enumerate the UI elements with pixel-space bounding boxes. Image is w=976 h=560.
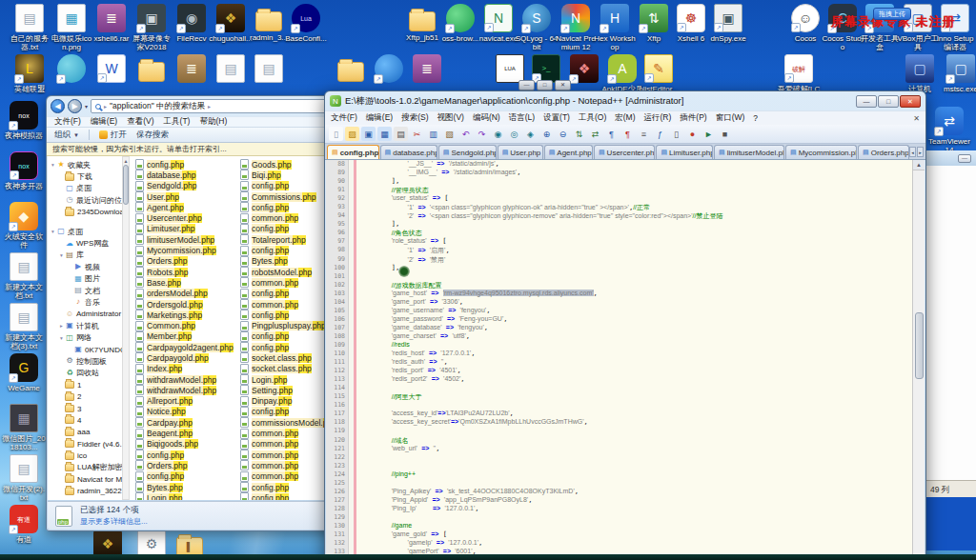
sidebar-item[interactable]: 下载 (48, 170, 122, 182)
desktop-icon[interactable]: ▦微信图片_2018103... (2, 404, 46, 451)
indent-guide-icon[interactable]: ≡ (637, 127, 651, 141)
menu-item[interactable]: 编码(N) (473, 112, 500, 124)
scrollbar-thumb[interactable] (915, 312, 924, 379)
tab-Agent.php[interactable]: ▤Agent.php✕ (544, 145, 593, 159)
code-line[interactable]: 111 'redis_auth' => '', (326, 358, 912, 367)
code-line[interactable]: 122 (326, 453, 912, 462)
code-line[interactable]: 97 'role_status' => [ (326, 237, 912, 246)
file-item[interactable]: withdrawModel.php (135, 374, 231, 385)
sidebar-item[interactable]: 3 (48, 403, 122, 414)
file-item[interactable]: config.php (240, 331, 336, 342)
code-line[interactable]: 99 '2' => '禁用' (326, 255, 912, 264)
file-item[interactable]: commissionsModel.php (240, 417, 336, 428)
expander-icon[interactable]: ▾ (58, 252, 65, 258)
menu-item[interactable]: 工具(O) (579, 112, 606, 124)
file-item[interactable]: Ordersgold.php (135, 299, 231, 310)
menu-item[interactable]: 文件(F) (331, 112, 357, 124)
file-item[interactable]: common.php (240, 277, 336, 288)
file-item[interactable]: database.php (135, 170, 231, 180)
file-item[interactable]: limituserModel.php (135, 234, 231, 245)
code-line[interactable]: 100 ], (326, 264, 912, 272)
code-line[interactable]: 98 '1' => '启用', (326, 246, 912, 254)
sidebar-item[interactable]: ▾★收藏夹 (48, 159, 122, 170)
file-item[interactable]: Cardpaygold2agent.php (135, 342, 231, 352)
desktop-icon[interactable]: L英雄联盟 (8, 54, 51, 93)
desktop-icon[interactable]: ▤新建文本文档.txt (2, 252, 46, 300)
desktop-icon[interactable]: ≣xshell6.rar (90, 4, 133, 43)
sidebar-item[interactable]: ▤文档 (48, 285, 122, 296)
sidebar-item[interactable]: ▢桌面 (48, 183, 122, 194)
background-window-button[interactable]: — (518, 80, 535, 90)
file-item[interactable]: robotsModel.php (240, 267, 336, 277)
file-item[interactable]: config.php (240, 407, 336, 417)
desktop-icon[interactable]: ≣ (170, 54, 214, 85)
desktop-icon[interactable]: ◉FileRecv (170, 4, 214, 43)
code-line[interactable]: 107 'game_database' => 'fengyou', (326, 324, 912, 332)
sidebar-item[interactable]: ico (48, 450, 122, 461)
find-in-files-icon[interactable]: ◈ (523, 127, 538, 141)
file-item[interactable]: common.php (240, 450, 336, 460)
code-line[interactable]: 108 'game_charset' => 'utf8', (326, 332, 912, 341)
file-item[interactable]: Biqigoods.php (135, 439, 231, 450)
print-icon[interactable]: ▤ (394, 127, 408, 141)
menu-item[interactable]: 运行(R) (643, 112, 671, 124)
desktop-icon[interactable]: GWeGame (2, 353, 46, 392)
sidebar-item[interactable]: ▸▣计算机 (48, 320, 122, 331)
editor-scrollbar[interactable]: ▲ (912, 160, 925, 560)
tab-Limituser.php[interactable]: ▤Limituser.php✕ (656, 145, 713, 159)
replace-icon[interactable]: ◎ (507, 127, 521, 141)
organize-button[interactable]: 组织▼ (54, 130, 79, 141)
file-item[interactable]: Mycommission.php (135, 245, 231, 255)
code-line[interactable]: 95 ], (326, 220, 912, 229)
file-item[interactable]: Bytes.php (135, 482, 231, 492)
file-item[interactable]: Marketings.php (135, 310, 231, 320)
file-item[interactable]: config.php (240, 224, 336, 234)
scrollbar-thumb[interactable] (123, 165, 129, 205)
notepad-titlebar[interactable]: N E:\棒游\tools-1.0.2\gameManager\applicat… (325, 91, 925, 110)
file-item[interactable]: Limituser.php (135, 224, 231, 234)
open-button[interactable]: 打开 (99, 130, 127, 141)
tab-config.php[interactable]: ▤config.php✕ (327, 145, 379, 159)
sidebar-item[interactable]: 1 (48, 379, 122, 390)
sidebar-item[interactable]: Navicat for My (48, 473, 122, 485)
code-line[interactable]: 117 'access_key_id'=>'LTAI3Pu2AU72LU2b', (326, 410, 912, 418)
file-item[interactable]: config.php (240, 289, 336, 299)
menu-item[interactable]: 窗口(W) (716, 112, 745, 124)
code-line[interactable]: 120 //域名 (326, 436, 912, 445)
background-window-button[interactable]: □ (537, 80, 553, 90)
code-line[interactable]: 119 (326, 427, 912, 435)
document-map-icon[interactable]: ▯ (669, 127, 683, 141)
expander-icon[interactable]: ▸ (58, 323, 65, 329)
file-item[interactable]: common.php (240, 212, 336, 223)
desktop-icon[interactable]: ◆火绒安全软件 (2, 202, 46, 250)
sidebar-item[interactable]: ▦图片 (48, 273, 122, 285)
scroll-up-icon[interactable]: ▲ (913, 160, 925, 170)
tab-Sendgold.php[interactable]: ▤Sendgold.php✕ (438, 145, 497, 159)
background-window-button[interactable]: ✕ (555, 80, 571, 90)
desktop-icon[interactable]: ▤微信开发(2).txt (2, 454, 46, 502)
menu-item[interactable]: ? (753, 113, 758, 123)
code-line[interactable]: 112 'redis_port' => '4501', (326, 367, 912, 375)
code-line[interactable]: 104 'game_port' => '3306', (326, 298, 912, 307)
code-line[interactable]: 131 'game_gold' => [ (326, 530, 912, 539)
expander-icon[interactable]: ▾ (50, 162, 56, 168)
menu-item[interactable]: 编辑(E) (366, 112, 393, 124)
menu-item[interactable]: 编辑(E) (91, 116, 117, 128)
desktop-icon[interactable]: ▢mstsc.exe (939, 54, 976, 93)
file-item[interactable]: config.php (240, 342, 336, 352)
sidebar-item[interactable]: ▾▢桌面 (48, 226, 122, 237)
zoom-out-icon[interactable]: ⊖ (556, 127, 570, 141)
desktop-icon[interactable]: SSQLyog - 64 bit (515, 4, 559, 51)
function-list-icon[interactable]: ƒ (653, 127, 667, 141)
code-line[interactable]: 130 //game (326, 522, 912, 530)
tab-Mycommission.php[interactable]: ▤Mycommission.php✕ (785, 145, 857, 159)
file-item[interactable]: config.php (240, 492, 336, 500)
file-item[interactable]: Pingpluspluspay.php (240, 320, 336, 330)
file-item[interactable]: common.php (240, 471, 336, 482)
desktop-icon[interactable] (50, 54, 93, 85)
desktop-icon[interactable]: nox夜神模拟器 (2, 101, 46, 140)
file-item[interactable]: Base.php (135, 277, 231, 288)
code-line[interactable]: 93 '1' => '<span class="glyphicon glyphi… (326, 203, 912, 211)
sidebar-item[interactable]: ◷最近访问的位置 (48, 194, 122, 206)
sidebar-item[interactable]: ♻回收站 (48, 368, 122, 379)
